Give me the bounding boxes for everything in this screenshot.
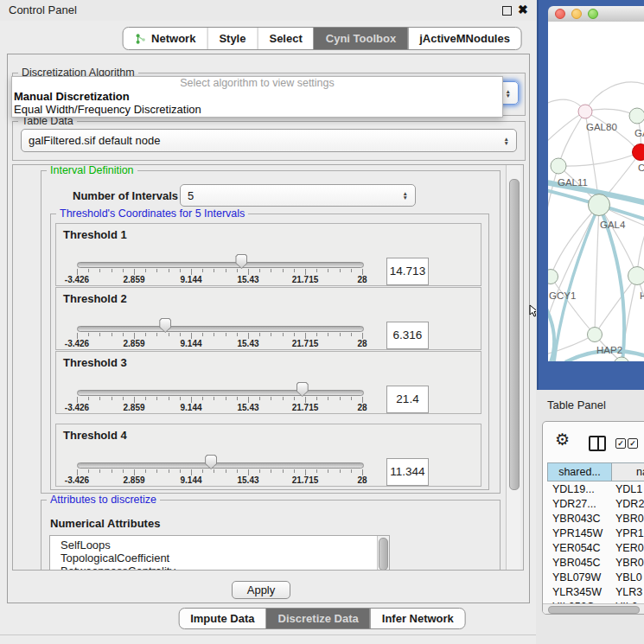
slider-tick bbox=[77, 469, 78, 475]
cell-name[interactable]: YBR0 bbox=[612, 512, 644, 526]
checkbox-icon[interactable]: ✓ bbox=[615, 438, 626, 449]
node-right-h[interactable] bbox=[628, 267, 644, 285]
tab-discretize-data[interactable]: Discretize Data bbox=[266, 609, 370, 628]
cell-shared-name[interactable]: YDL19... bbox=[547, 482, 612, 497]
tab-select[interactable]: Select bbox=[257, 28, 313, 49]
network-window-frame[interactable]: GAL80 GA C GAL11 GAL4 GCY1 H HAP2 bbox=[537, 0, 644, 390]
apply-button[interactable]: Apply bbox=[232, 581, 290, 599]
combo-arrows-icon: ▲▼ bbox=[506, 82, 511, 104]
close-traffic-icon[interactable] bbox=[555, 9, 565, 19]
cell-name[interactable]: YER0 bbox=[612, 541, 644, 556]
slider-tick-label: -3.426 bbox=[65, 475, 89, 485]
table-row[interactable]: YDL19...YDL1 bbox=[547, 482, 644, 497]
columns-icon[interactable] bbox=[589, 436, 606, 451]
table-row[interactable]: YBL079WYBL0 bbox=[547, 571, 644, 585]
network-canvas[interactable]: GAL80 GA C GAL11 GAL4 GCY1 H HAP2 bbox=[548, 22, 644, 361]
table-row[interactable]: YER054CYER0 bbox=[547, 541, 644, 556]
table-horizontal-scrollbar[interactable] bbox=[543, 603, 644, 614]
cell-name[interactable]: YBL0 bbox=[612, 571, 644, 585]
tab-network[interactable]: Network bbox=[123, 28, 207, 49]
minimize-traffic-icon[interactable] bbox=[571, 9, 582, 19]
checkbox-icon[interactable]: ✓ bbox=[628, 438, 638, 449]
table-data-combobox[interactable]: galFiltered.sif default node ▲▼ bbox=[21, 129, 517, 152]
table-row[interactable]: YBR043CYBR0 bbox=[547, 512, 644, 526]
slider-tick-label: 2.859 bbox=[123, 275, 144, 284]
table-row[interactable]: YDR27...YDR2 bbox=[547, 497, 644, 512]
right-section: GAL80 GA C GAL11 GAL4 GCY1 H HAP2 Table … bbox=[536, 0, 644, 644]
float-window-icon[interactable] bbox=[502, 6, 512, 16]
tab-cyni-toolbox[interactable]: Cyni Toolbox bbox=[314, 28, 407, 49]
algorithm-hint-item[interactable]: Select algorithm to view settings bbox=[12, 77, 502, 90]
scrollbar-thumb[interactable] bbox=[548, 606, 640, 614]
scrollbar-thumb[interactable] bbox=[509, 179, 520, 490]
table-data-value: galFiltered.sif default node bbox=[29, 134, 160, 147]
tab-infer-network[interactable]: Infer Network bbox=[370, 609, 465, 628]
threshold-2-value-field[interactable]: 6.316 bbox=[386, 322, 429, 349]
node-hap2[interactable] bbox=[588, 328, 603, 342]
slider-tick bbox=[351, 397, 352, 400]
cell-name[interactable]: YDL1 bbox=[612, 482, 644, 497]
table-row[interactable]: YBR045CYBR0 bbox=[547, 556, 644, 571]
threshold-4-value-field[interactable]: 11.344 bbox=[386, 458, 429, 486]
node-gal4[interactable] bbox=[589, 194, 610, 216]
cell-name[interactable]: YLR3 bbox=[612, 585, 644, 600]
node-top-right[interactable] bbox=[629, 108, 644, 124]
tab-style[interactable]: Style bbox=[207, 28, 257, 49]
settings-vertical-scrollbar[interactable] bbox=[506, 165, 520, 570]
threshold-4-slider-track[interactable] bbox=[77, 462, 364, 469]
node-gal11[interactable] bbox=[551, 158, 566, 174]
number-of-intervals-combobox[interactable]: 5 ▲▼ bbox=[180, 184, 416, 207]
slider-tick bbox=[123, 469, 124, 473]
slider-tick-label: 28 bbox=[357, 339, 367, 348]
algorithm-option-equal-width[interactable]: Equal Width/Frequency Discretization bbox=[12, 103, 502, 116]
slider-tick bbox=[99, 469, 100, 473]
cell-shared-name[interactable]: YBR043C bbox=[547, 512, 612, 526]
tab-impute-data[interactable]: Impute Data bbox=[179, 609, 265, 628]
algorithm-option-manual[interactable]: Manual Discretization bbox=[12, 90, 502, 103]
slider-tick bbox=[123, 333, 124, 336]
panel-bottom-divider bbox=[0, 634, 536, 635]
threshold-2-slider-track[interactable] bbox=[77, 326, 364, 332]
cell-name[interactable]: YPR1 bbox=[612, 526, 644, 541]
slider-tick bbox=[156, 269, 157, 272]
attribute-list-item[interactable]: SelfLoops bbox=[50, 539, 389, 552]
table-row[interactable]: YPR145WYPR1 bbox=[547, 526, 644, 541]
attributes-list-scrollbar[interactable] bbox=[377, 536, 389, 571]
table-row[interactable]: YLR345WYLR3 bbox=[547, 585, 644, 600]
tab-jactivemnodules[interactable]: jActiveMNodules bbox=[407, 28, 521, 49]
slider-tick bbox=[88, 469, 89, 473]
cell-name[interactable]: YBR0 bbox=[612, 556, 644, 571]
slider-tick bbox=[145, 333, 146, 336]
cell-shared-name[interactable]: YER054C bbox=[547, 541, 612, 556]
zoom-traffic-icon[interactable] bbox=[588, 9, 598, 19]
network-window-titlebar[interactable] bbox=[548, 6, 644, 22]
close-icon[interactable]: ✖ bbox=[518, 3, 528, 16]
slider-tick-label: 28 bbox=[357, 275, 367, 284]
attribute-list-item[interactable]: TopologicalCoefficient bbox=[50, 552, 389, 564]
column-header-shared-name[interactable]: shared... bbox=[547, 462, 612, 481]
threshold-3-slider-track[interactable] bbox=[77, 390, 364, 396]
slider-tick bbox=[145, 469, 146, 473]
cell-shared-name[interactable]: YPR145W bbox=[547, 526, 612, 541]
cell-name[interactable]: YDR2 bbox=[612, 497, 644, 512]
column-header-name[interactable]: na bbox=[612, 462, 644, 481]
slider-tick bbox=[145, 269, 146, 272]
node-gal80[interactable] bbox=[578, 105, 592, 118]
slider-tick-label: 21.715 bbox=[292, 275, 319, 284]
node-gcy1[interactable] bbox=[548, 270, 558, 284]
threshold-3-label: Threshold 3 bbox=[63, 356, 127, 369]
attribute-list-item[interactable]: BetweennessCentrality bbox=[50, 564, 389, 571]
threshold-1-value-field[interactable]: 14.713 bbox=[386, 258, 429, 285]
slider-tick bbox=[362, 333, 363, 339]
cell-shared-name[interactable]: YDR27... bbox=[547, 497, 612, 512]
threshold-3-value-field[interactable]: 21.4 bbox=[386, 386, 429, 413]
cell-shared-name[interactable]: YBL079W bbox=[547, 571, 612, 585]
slider-tick bbox=[191, 397, 192, 403]
cell-shared-name[interactable]: YBR045C bbox=[547, 556, 612, 571]
cell-shared-name[interactable]: YLR345W bbox=[547, 585, 612, 600]
threshold-1-slider-track[interactable] bbox=[77, 262, 364, 268]
gear-icon[interactable]: ⚙ bbox=[555, 430, 570, 450]
slider-tick bbox=[340, 397, 341, 400]
slider-tick bbox=[248, 397, 249, 403]
numerical-attributes-list[interactable]: SelfLoopsTopologicalCoefficientBetweenne… bbox=[49, 535, 390, 571]
